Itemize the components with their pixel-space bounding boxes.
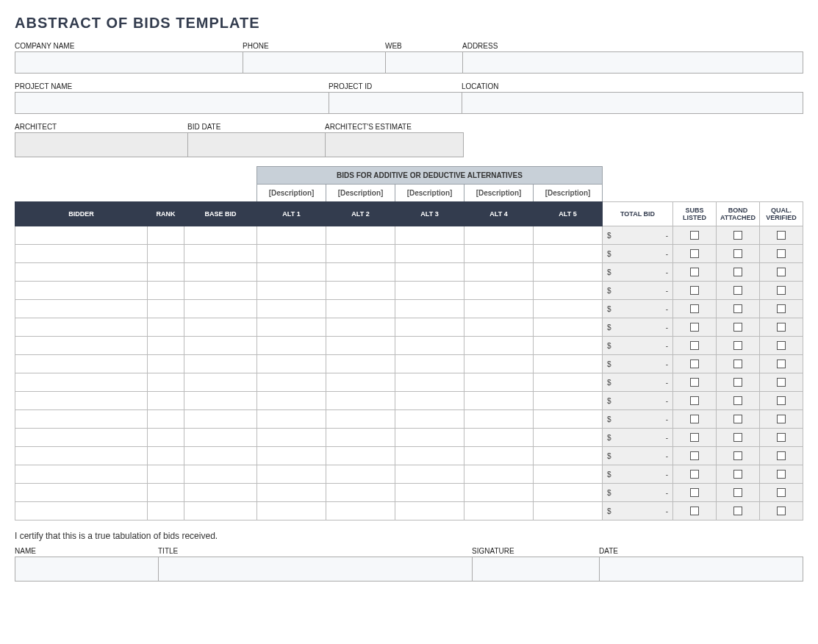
data-cell[interactable] bbox=[148, 502, 184, 520]
data-cell[interactable] bbox=[148, 282, 184, 300]
data-cell[interactable] bbox=[15, 484, 148, 502]
input-cell[interactable] bbox=[159, 557, 473, 581]
data-cell[interactable] bbox=[184, 245, 257, 263]
data-cell[interactable] bbox=[464, 392, 534, 410]
checkbox[interactable] bbox=[690, 249, 699, 258]
data-cell[interactable] bbox=[464, 226, 534, 245]
checkbox[interactable] bbox=[733, 396, 742, 405]
checkbox[interactable] bbox=[690, 507, 699, 515]
input-cell[interactable] bbox=[243, 52, 386, 73]
checkbox[interactable] bbox=[777, 268, 786, 276]
data-cell[interactable] bbox=[184, 465, 257, 484]
data-cell[interactable] bbox=[395, 355, 464, 373]
data-cell[interactable] bbox=[257, 429, 326, 447]
data-cell[interactable] bbox=[15, 429, 148, 447]
data-cell[interactable] bbox=[534, 410, 603, 429]
data-cell[interactable] bbox=[184, 300, 257, 318]
checkbox[interactable] bbox=[777, 433, 786, 442]
checkbox[interactable] bbox=[733, 488, 742, 497]
data-cell[interactable] bbox=[184, 410, 257, 429]
alt-description[interactable]: [Description] bbox=[464, 185, 534, 201]
data-cell[interactable] bbox=[257, 392, 326, 410]
checkbox[interactable] bbox=[777, 415, 786, 423]
input-cell[interactable] bbox=[15, 557, 159, 581]
data-cell[interactable] bbox=[15, 245, 148, 263]
data-cell[interactable] bbox=[184, 429, 257, 447]
data-cell[interactable] bbox=[257, 484, 326, 502]
data-cell[interactable] bbox=[148, 392, 184, 410]
checkbox[interactable] bbox=[777, 488, 786, 497]
data-cell[interactable] bbox=[326, 318, 395, 337]
data-cell[interactable] bbox=[326, 465, 395, 484]
checkbox[interactable] bbox=[777, 341, 786, 350]
data-cell[interactable] bbox=[464, 410, 534, 429]
checkbox[interactable] bbox=[733, 286, 742, 295]
data-cell[interactable] bbox=[464, 318, 534, 337]
data-cell[interactable] bbox=[15, 263, 148, 282]
checkbox[interactable] bbox=[690, 470, 699, 479]
data-cell[interactable] bbox=[184, 226, 257, 245]
checkbox[interactable] bbox=[733, 231, 742, 240]
data-cell[interactable] bbox=[148, 355, 184, 373]
data-cell[interactable] bbox=[534, 392, 603, 410]
checkbox[interactable] bbox=[690, 231, 699, 240]
data-cell[interactable] bbox=[534, 263, 603, 282]
data-cell[interactable] bbox=[15, 318, 148, 337]
checkbox[interactable] bbox=[690, 323, 699, 332]
checkbox[interactable] bbox=[690, 304, 699, 313]
data-cell[interactable] bbox=[257, 282, 326, 300]
data-cell[interactable] bbox=[395, 447, 464, 465]
data-cell[interactable] bbox=[534, 465, 603, 484]
data-cell[interactable] bbox=[257, 263, 326, 282]
data-cell[interactable] bbox=[534, 429, 603, 447]
data-cell[interactable] bbox=[464, 465, 534, 484]
data-cell[interactable] bbox=[464, 337, 534, 355]
checkbox[interactable] bbox=[777, 249, 786, 258]
data-cell[interactable] bbox=[534, 282, 603, 300]
checkbox[interactable] bbox=[690, 396, 699, 405]
checkbox[interactable] bbox=[777, 359, 786, 368]
input-cell[interactable] bbox=[462, 93, 803, 113]
data-cell[interactable] bbox=[326, 447, 395, 465]
data-cell[interactable] bbox=[395, 282, 464, 300]
checkbox[interactable] bbox=[777, 231, 786, 240]
checkbox[interactable] bbox=[733, 507, 742, 515]
data-cell[interactable] bbox=[326, 410, 395, 429]
data-cell[interactable] bbox=[15, 502, 148, 520]
checkbox[interactable] bbox=[690, 341, 699, 350]
alt-description[interactable]: [Description] bbox=[326, 185, 395, 201]
data-cell[interactable] bbox=[15, 300, 148, 318]
checkbox[interactable] bbox=[777, 470, 786, 479]
data-cell[interactable] bbox=[15, 465, 148, 484]
checkbox[interactable] bbox=[690, 359, 699, 368]
checkbox[interactable] bbox=[733, 470, 742, 479]
data-cell[interactable] bbox=[464, 245, 534, 263]
data-cell[interactable] bbox=[257, 226, 326, 245]
checkbox[interactable] bbox=[690, 488, 699, 497]
data-cell[interactable] bbox=[326, 373, 395, 392]
data-cell[interactable] bbox=[326, 392, 395, 410]
data-cell[interactable] bbox=[15, 282, 148, 300]
data-cell[interactable] bbox=[184, 373, 257, 392]
checkbox[interactable] bbox=[690, 268, 699, 276]
data-cell[interactable] bbox=[257, 245, 326, 263]
input-cell[interactable] bbox=[600, 557, 803, 581]
data-cell[interactable] bbox=[534, 447, 603, 465]
data-cell[interactable] bbox=[395, 245, 464, 263]
data-cell[interactable] bbox=[464, 300, 534, 318]
checkbox[interactable] bbox=[777, 378, 786, 387]
data-cell[interactable] bbox=[184, 447, 257, 465]
data-cell[interactable] bbox=[326, 484, 395, 502]
data-cell[interactable] bbox=[148, 226, 184, 245]
data-cell[interactable] bbox=[464, 282, 534, 300]
data-cell[interactable] bbox=[257, 447, 326, 465]
checkbox[interactable] bbox=[690, 378, 699, 387]
data-cell[interactable] bbox=[257, 465, 326, 484]
checkbox[interactable] bbox=[733, 249, 742, 258]
checkbox[interactable] bbox=[733, 433, 742, 442]
checkbox[interactable] bbox=[777, 286, 786, 295]
data-cell[interactable] bbox=[395, 263, 464, 282]
data-cell[interactable] bbox=[395, 484, 464, 502]
data-cell[interactable] bbox=[534, 484, 603, 502]
input-cell[interactable] bbox=[386, 52, 463, 73]
